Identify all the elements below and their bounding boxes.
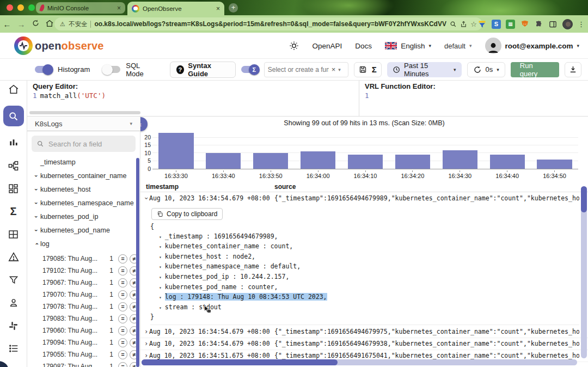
chevron-down-icon[interactable]: ▾ bbox=[159, 265, 162, 270]
histogram-bar[interactable] bbox=[253, 153, 288, 169]
field-search-box[interactable]: Search for a field bbox=[32, 136, 136, 152]
language-selector[interactable]: English ▾ bbox=[385, 42, 431, 50]
browser-profile-avatar[interactable] bbox=[562, 19, 573, 29]
reload-button[interactable] bbox=[28, 19, 42, 29]
field-value-row[interactable]: 179083: Thu Aug... 1 = ≠ bbox=[27, 313, 140, 325]
chevron-down-icon[interactable]: ▾ bbox=[159, 285, 162, 290]
new-tab-button[interactable]: + bbox=[229, 3, 238, 13]
refresh-interval-picker[interactable]: 0s ▾ bbox=[467, 62, 505, 77]
function-select[interactable]: × ▾ bbox=[264, 62, 348, 77]
nav-dashboards[interactable] bbox=[7, 182, 20, 195]
chevron-right-icon[interactable]: › bbox=[140, 340, 149, 347]
log-table-row[interactable]: › Aug 10, 2023 16:34:54.679 +08:00 {"_ti… bbox=[140, 326, 588, 338]
json-entry[interactable]: ▾kubernetes_pod_ip : 10.244.2.157, bbox=[150, 272, 579, 283]
json-entry-highlighted[interactable]: ▾log : 179148: Thu Aug 10 08:34:53 UTC 2… bbox=[150, 292, 579, 303]
json-entry-stream[interactable]: ▾stream : stdout bbox=[150, 303, 579, 313]
include-filter-button[interactable]: = bbox=[118, 338, 127, 347]
field-item-timestamp[interactable]: › _timestamp bbox=[27, 155, 140, 169]
histogram-bar[interactable] bbox=[206, 153, 241, 169]
minimize-window-button[interactable] bbox=[17, 4, 24, 11]
include-filter-button[interactable]: = bbox=[118, 290, 127, 299]
nav-traces[interactable] bbox=[7, 159, 20, 172]
user-menu[interactable]: root@example.com ▾ bbox=[485, 38, 579, 54]
nav-streams[interactable] bbox=[7, 228, 20, 241]
function-select-input[interactable] bbox=[268, 66, 329, 74]
chevron-down-icon[interactable]: › bbox=[32, 173, 40, 179]
fields-scrollbar[interactable] bbox=[136, 158, 139, 367]
field-item-namespace[interactable]: › kubernetes_namespace_name bbox=[27, 196, 140, 210]
extension-s-icon[interactable]: S bbox=[492, 20, 501, 29]
time-range-picker[interactable]: Past 15 Minutes ▾ bbox=[387, 62, 462, 77]
field-value-row[interactable]: 179067: Thu Aug... 1 = ≠ bbox=[27, 277, 140, 289]
field-item-host[interactable]: › kubernetes_host bbox=[27, 182, 140, 196]
chevron-right-icon[interactable]: › bbox=[140, 328, 149, 335]
bookmark-star-icon[interactable]: ☆ bbox=[470, 20, 477, 28]
include-filter-button[interactable]: = bbox=[118, 266, 127, 276]
field-item-log[interactable]: › log bbox=[27, 237, 140, 250]
include-filter-button[interactable]: = bbox=[118, 302, 127, 311]
histogram-toggle[interactable] bbox=[35, 66, 52, 73]
field-value-row[interactable]: 179094: Thu Aug... 1 = ≠ bbox=[27, 337, 140, 348]
nav-slack[interactable] bbox=[7, 319, 20, 332]
histogram-bar[interactable] bbox=[395, 155, 430, 169]
histogram-bar[interactable] bbox=[490, 155, 525, 169]
nav-filters[interactable] bbox=[7, 273, 20, 286]
include-filter-button[interactable]: = bbox=[118, 278, 127, 288]
theme-toggle-button[interactable] bbox=[289, 40, 299, 51]
copy-to-clipboard-button[interactable]: Copy to clipboard bbox=[151, 208, 223, 220]
histogram-bar[interactable] bbox=[301, 151, 335, 169]
syntax-guide-button[interactable]: ? Syntax Guide bbox=[170, 62, 236, 78]
share-icon[interactable] bbox=[460, 21, 467, 28]
chevron-down-icon[interactable]: › bbox=[32, 200, 40, 206]
json-entry[interactable]: ▾kubernetes_host : node2, bbox=[150, 252, 579, 262]
query-editor[interactable]: Query Editor: 1 match_all('UTC') bbox=[27, 81, 359, 116]
chevron-down-icon[interactable]: › bbox=[32, 213, 40, 220]
close-icon[interactable]: × bbox=[216, 5, 220, 13]
tab-openobserve[interactable]: OpenObserve × bbox=[127, 2, 224, 15]
openapi-link[interactable]: OpenAPI bbox=[313, 42, 342, 50]
extension-funnel-icon[interactable] bbox=[477, 20, 487, 29]
field-item-pod-name[interactable]: › kubernetes_pod_name bbox=[27, 223, 140, 237]
histogram-bar[interactable] bbox=[537, 160, 572, 169]
include-filter-button[interactable]: = bbox=[118, 362, 127, 367]
address-bar[interactable]: ⚠ 不安全 oo.k8s.local/web/logs?stream=K8sLo… bbox=[54, 17, 482, 30]
json-entry[interactable]: ▾kubernetes_container_name : count, bbox=[150, 242, 579, 252]
close-icon[interactable]: × bbox=[117, 4, 121, 12]
chevron-up-icon[interactable]: › bbox=[32, 241, 40, 247]
horizontal-scrollbar[interactable] bbox=[142, 359, 577, 365]
chevron-down-icon[interactable]: › bbox=[32, 186, 40, 193]
editor-horizontal-scrollbar[interactable] bbox=[29, 111, 140, 114]
nav-functions[interactable]: Σ bbox=[7, 205, 20, 218]
source-column-header[interactable]: source bbox=[274, 183, 296, 191]
stream-selector[interactable]: K8sLogs ▾ bbox=[27, 117, 140, 131]
field-value-row[interactable]: 179070: Thu Aug... 1 = ≠ bbox=[27, 289, 140, 301]
maximize-window-button[interactable] bbox=[28, 4, 35, 11]
nav-metrics[interactable] bbox=[7, 136, 20, 149]
docs-link[interactable]: Docs bbox=[355, 42, 372, 50]
json-entry[interactable]: ▾_timestamp : 1691656494679989, bbox=[150, 232, 579, 242]
chevron-down-icon[interactable]: ▾ bbox=[159, 255, 162, 260]
chevron-down-icon[interactable]: ▾ bbox=[338, 67, 341, 72]
json-entry[interactable]: ▾kubernetes_namespace_name : default, bbox=[150, 262, 579, 272]
include-filter-button[interactable]: = bbox=[118, 254, 127, 264]
function-toggle[interactable]: Σ bbox=[241, 66, 259, 73]
field-value-row[interactable]: 179078: Thu Aug... 1 = ≠ bbox=[27, 301, 140, 313]
chevron-down-icon[interactable]: ▾ bbox=[159, 275, 162, 280]
vertical-scrollbar[interactable] bbox=[581, 186, 587, 358]
field-value-row[interactable]: 179055: Thu Aug... 1 = ≠ bbox=[27, 348, 140, 360]
metamask-fox-icon[interactable] bbox=[520, 20, 529, 29]
include-filter-button[interactable]: = bbox=[118, 326, 127, 335]
field-item-pod-ip[interactable]: › kubernetes_pod_ip bbox=[27, 210, 140, 223]
tab-minio-console[interactable]: MinIO Console × bbox=[36, 2, 125, 14]
nav-users[interactable] bbox=[7, 296, 20, 309]
timestamp-column-header[interactable]: timestamp bbox=[140, 183, 274, 191]
nav-alerts[interactable] bbox=[7, 250, 20, 264]
run-query-button[interactable]: Run query bbox=[511, 62, 559, 77]
nav-about[interactable] bbox=[7, 342, 20, 355]
browser-menu-icon[interactable]: ⋮ bbox=[578, 20, 585, 28]
save-function-icon[interactable] bbox=[359, 65, 367, 74]
field-value-row[interactable]: 179060: Thu Aug... 1 = ≠ bbox=[27, 325, 140, 337]
nav-home[interactable] bbox=[7, 83, 20, 96]
chevron-down-icon[interactable]: ▾ bbox=[159, 305, 162, 310]
clear-icon[interactable]: × bbox=[332, 65, 336, 74]
